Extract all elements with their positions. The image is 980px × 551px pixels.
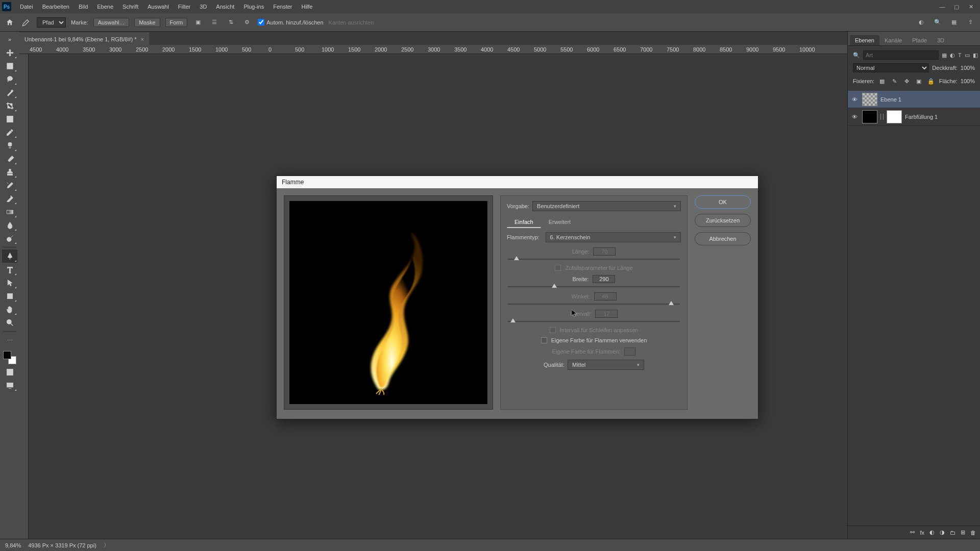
link-layers-icon[interactable]: ⚯ bbox=[910, 529, 915, 536]
close-tab-icon[interactable]: × bbox=[141, 36, 144, 42]
hand-tool[interactable] bbox=[2, 303, 17, 316]
blur-tool[interactable] bbox=[2, 218, 17, 232]
mask-button[interactable]: Maske bbox=[134, 18, 160, 27]
tab-ebenen[interactable]: Ebenen bbox=[850, 35, 879, 45]
menu-ebene[interactable]: Ebene bbox=[92, 2, 118, 12]
gradient-tool[interactable] bbox=[2, 205, 17, 218]
lock-artboard-icon[interactable]: ▣ bbox=[914, 77, 923, 86]
filter-smart-icon[interactable]: ◧ bbox=[973, 51, 978, 60]
selection-button[interactable]: Auswahl… bbox=[93, 18, 130, 27]
visibility-icon[interactable]: 👁 bbox=[850, 112, 859, 121]
gear-icon[interactable]: ⚙ bbox=[241, 17, 253, 28]
edit-toolbar-icon[interactable]: ⋯ bbox=[2, 334, 17, 347]
path-select-tool[interactable] bbox=[2, 276, 17, 289]
crop-tool[interactable] bbox=[2, 99, 17, 112]
cancel-button[interactable]: Abbrechen bbox=[695, 232, 751, 245]
heal-tool[interactable] bbox=[2, 139, 17, 152]
eraser-tool[interactable] bbox=[2, 192, 17, 205]
filter-type-icon[interactable]: T bbox=[958, 51, 962, 60]
ok-button[interactable]: OK bbox=[695, 195, 751, 209]
stamp-tool[interactable] bbox=[2, 165, 17, 179]
lock-move-icon[interactable]: ✥ bbox=[902, 77, 911, 86]
menu-filter[interactable]: Filter bbox=[174, 2, 195, 12]
path-mode-select[interactable]: Pfad bbox=[37, 17, 66, 28]
pen-tool-icon[interactable] bbox=[20, 17, 32, 28]
expand-icon[interactable]: » bbox=[2, 33, 17, 46]
brush-tool[interactable] bbox=[2, 152, 17, 165]
window-maximize[interactable]: ▢ bbox=[949, 2, 964, 12]
canvas[interactable]: Flamme bbox=[29, 54, 847, 539]
opacity-value[interactable]: 100% bbox=[961, 65, 975, 71]
path-ops-icon[interactable]: ▣ bbox=[192, 17, 204, 28]
menu-fenster[interactable]: Fenster bbox=[268, 2, 297, 12]
quickmask-tool[interactable] bbox=[2, 365, 17, 379]
menu-schrift[interactable]: Schrift bbox=[118, 2, 143, 12]
filter-image-icon[interactable]: ▦ bbox=[942, 51, 947, 60]
workspace-icon[interactable]: ▦ bbox=[948, 17, 960, 28]
layer-row[interactable]: 👁 Ebene 1 bbox=[848, 91, 980, 108]
wand-tool[interactable] bbox=[2, 86, 17, 99]
filter-adjust-icon[interactable]: ◐ bbox=[950, 51, 955, 60]
fill-value[interactable]: 100% bbox=[961, 78, 975, 84]
share-icon[interactable]: ⇪ bbox=[965, 17, 976, 28]
layer-name[interactable]: Farbfüllung 1 bbox=[905, 114, 938, 120]
tab-erweitert[interactable]: Erweitert bbox=[541, 216, 578, 228]
layer-name[interactable]: Ebene 1 bbox=[880, 96, 901, 103]
blend-mode-select[interactable]: Normal bbox=[853, 63, 929, 72]
doc-info[interactable]: 4936 Px × 3319 Px (72 ppi) bbox=[28, 542, 96, 548]
reset-button[interactable]: Zurücksetzen bbox=[695, 214, 751, 227]
lock-pixels-icon[interactable]: ▩ bbox=[877, 77, 887, 86]
width-slider[interactable] bbox=[508, 286, 680, 287]
history-brush-tool[interactable] bbox=[2, 179, 17, 192]
mask-icon[interactable]: ◐ bbox=[929, 529, 935, 536]
home-icon[interactable] bbox=[4, 17, 15, 28]
shape-tool[interactable] bbox=[2, 289, 17, 303]
menu-bearbeiten[interactable]: Bearbeiten bbox=[38, 2, 74, 12]
menu-datei[interactable]: Datei bbox=[15, 2, 38, 12]
filter-shape-icon[interactable]: ▭ bbox=[965, 51, 970, 60]
arrange-icon[interactable]: ⇅ bbox=[225, 17, 236, 28]
layer-search-input[interactable] bbox=[863, 51, 939, 60]
menu-plugins[interactable]: Plug-ins bbox=[239, 2, 268, 12]
color-swatches[interactable] bbox=[2, 350, 17, 365]
tab-einfach[interactable]: Einfach bbox=[507, 216, 541, 228]
layer-row[interactable]: 👁 Farbfüllung 1 bbox=[848, 108, 980, 126]
fx-icon[interactable]: fx bbox=[920, 530, 924, 536]
tab-kanaele[interactable]: Kanäle bbox=[879, 35, 907, 45]
zoom-level[interactable]: 9,84% bbox=[5, 542, 21, 548]
marquee-tool[interactable] bbox=[2, 59, 17, 72]
frame-tool[interactable] bbox=[2, 112, 17, 126]
cloud-icon[interactable]: ◐ bbox=[916, 17, 927, 28]
chevron-right-icon[interactable]: 〉 bbox=[104, 541, 109, 549]
move-tool[interactable] bbox=[2, 46, 17, 59]
new-layer-icon[interactable]: ⊞ bbox=[961, 529, 965, 536]
lasso-tool[interactable] bbox=[2, 72, 17, 86]
form-button[interactable]: Form bbox=[165, 18, 188, 27]
align-icon[interactable]: ☰ bbox=[209, 17, 220, 28]
search-icon[interactable]: 🔍 bbox=[932, 17, 943, 28]
menu-3d[interactable]: 3D bbox=[195, 2, 211, 12]
lock-all-icon[interactable]: 🔒 bbox=[926, 77, 936, 86]
menu-hilfe[interactable]: Hilfe bbox=[297, 2, 317, 12]
pen-tool[interactable] bbox=[2, 249, 17, 263]
document-tab[interactable]: Unbenannt-1 bei 9,84% (Ebene 1, RGB/8#) … bbox=[19, 33, 149, 45]
window-close[interactable]: ✕ bbox=[964, 2, 978, 12]
width-value[interactable] bbox=[593, 275, 615, 283]
quality-combo[interactable]: Mittel bbox=[568, 360, 644, 370]
preset-combo[interactable]: Benutzerdefiniert bbox=[532, 201, 681, 211]
menu-bild[interactable]: Bild bbox=[74, 2, 92, 12]
group-icon[interactable]: 🗀 bbox=[950, 530, 955, 536]
dodge-tool[interactable] bbox=[2, 232, 17, 245]
visibility-icon[interactable]: 👁 bbox=[850, 95, 859, 104]
menu-auswahl[interactable]: Auswahl bbox=[143, 2, 174, 12]
menu-ansicht[interactable]: Ansicht bbox=[211, 2, 239, 12]
window-minimize[interactable]: — bbox=[935, 2, 949, 12]
tab-3d[interactable]: 3D bbox=[932, 35, 949, 45]
tab-pfade[interactable]: Pfade bbox=[907, 35, 932, 45]
custom-color-checkbox[interactable] bbox=[541, 337, 547, 343]
lock-brush-icon[interactable]: ✎ bbox=[890, 77, 899, 86]
adjustment-icon[interactable]: ◑ bbox=[940, 529, 945, 536]
zoom-tool[interactable] bbox=[2, 316, 17, 329]
auto-checkbox[interactable]: Autom. hinzuf./löschen bbox=[258, 19, 323, 26]
type-tool[interactable] bbox=[2, 263, 17, 276]
